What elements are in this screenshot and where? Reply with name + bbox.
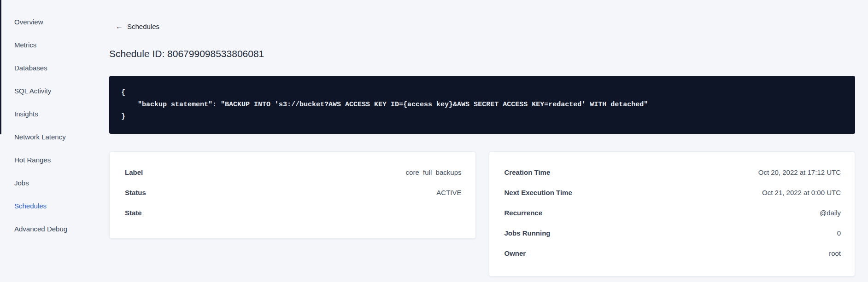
code-line: { (121, 87, 843, 99)
row-value: core_full_backups (406, 168, 462, 176)
row-label: Status (125, 189, 146, 196)
back-arrow-icon: ← (116, 22, 123, 31)
table-row: Jobs Running 0 (489, 223, 855, 243)
row-label: Next Execution Time (504, 189, 572, 196)
row-value: Oct 21, 2022 at 0:00 UTC (762, 189, 841, 196)
back-link-label: Schedules (127, 22, 159, 31)
code-line: "backup_statement": "BACKUP INTO 's3://b… (121, 99, 843, 111)
code-line: } (121, 111, 843, 123)
table-row: Label core_full_backups (110, 162, 475, 182)
row-label: Jobs Running (504, 229, 551, 237)
sidebar: Overview Metrics Databases SQL Activity … (0, 0, 109, 282)
row-value: Oct 20, 2022 at 17:12 UTC (758, 168, 841, 176)
sidebar-item-databases[interactable]: Databases (0, 57, 109, 80)
sidebar-item-jobs[interactable]: Jobs (0, 172, 109, 195)
label-status-card: Label core_full_backups Status ACTIVE St… (109, 151, 476, 239)
page: Overview Metrics Databases SQL Activity … (0, 0, 868, 282)
backup-statement-code-block: { "backup_statement": "BACKUP INTO 's3:/… (109, 76, 855, 134)
row-value: ACTIVE (436, 189, 461, 196)
page-title: Schedule ID: 806799098533806081 (109, 47, 855, 60)
row-label: Owner (504, 249, 526, 257)
row-value: root (829, 249, 841, 257)
table-row: State (110, 202, 475, 223)
sidebar-item-schedules[interactable]: Schedules (0, 195, 109, 218)
sidebar-item-advanced-debug[interactable]: Advanced Debug (0, 218, 109, 241)
table-row: Recurrence @daily (489, 202, 855, 223)
sidebar-item-insights[interactable]: Insights (0, 103, 109, 126)
row-label: Label (125, 168, 143, 176)
left-edge-strip (0, 0, 1, 134)
sidebar-item-overview[interactable]: Overview (0, 11, 109, 34)
table-row: Creation Time Oct 20, 2022 at 17:12 UTC (489, 162, 855, 182)
schedule-info-card: Creation Time Oct 20, 2022 at 17:12 UTC … (489, 151, 856, 276)
row-label: Creation Time (504, 168, 551, 176)
row-label: Recurrence (504, 209, 543, 217)
table-row: Status ACTIVE (110, 182, 475, 202)
main-content: ← Schedules Schedule ID: 806799098533806… (109, 0, 868, 282)
row-label: State (125, 209, 142, 217)
detail-cards: Label core_full_backups Status ACTIVE St… (109, 151, 855, 276)
table-row: Owner root (489, 243, 855, 263)
sidebar-item-network-latency[interactable]: Network Latency (0, 126, 109, 149)
sidebar-item-metrics[interactable]: Metrics (0, 34, 109, 57)
row-value: 0 (837, 229, 841, 237)
back-to-schedules-link[interactable]: ← Schedules (116, 22, 159, 31)
sidebar-item-hot-ranges[interactable]: Hot Ranges (0, 149, 109, 172)
sidebar-item-sql-activity[interactable]: SQL Activity (0, 80, 109, 103)
row-value: @daily (820, 209, 841, 217)
table-row: Next Execution Time Oct 21, 2022 at 0:00… (489, 182, 855, 202)
